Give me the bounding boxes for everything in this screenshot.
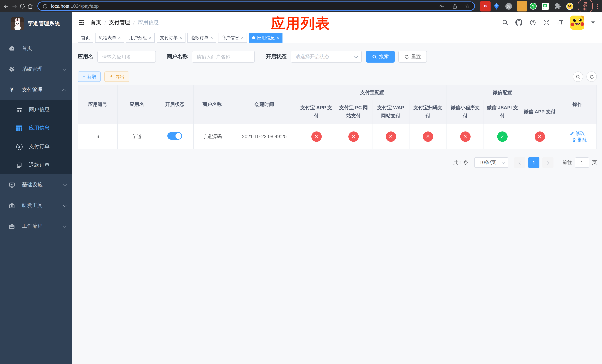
status-select[interactable]: 请选择开启状态 bbox=[291, 51, 362, 63]
user-avatar[interactable] bbox=[570, 15, 584, 30]
header-search-button[interactable] bbox=[502, 19, 508, 26]
forward-button[interactable] bbox=[11, 2, 18, 11]
table-toolbar: + 新增 导出 bbox=[78, 72, 597, 82]
extension-grid-icon[interactable]: 10 bbox=[481, 2, 488, 10]
user-menu-caret-icon[interactable] bbox=[591, 21, 595, 23]
breadcrumb-home[interactable]: 首页 bbox=[91, 19, 101, 26]
sidebar-item-app-info[interactable]: 应用信息 bbox=[0, 119, 72, 137]
extensions-puzzle-icon[interactable] bbox=[554, 2, 561, 10]
github-icon[interactable] bbox=[515, 19, 522, 26]
cell-alipay-app: ✕ bbox=[298, 124, 335, 149]
reload-button[interactable] bbox=[19, 2, 26, 11]
app-name-input[interactable] bbox=[97, 51, 156, 63]
sidebar-item-payment[interactable]: ¥ 支付管理 bbox=[0, 80, 72, 100]
page-number-1[interactable]: 1 bbox=[528, 157, 539, 168]
tab-app-info[interactable]: 应用信息× bbox=[249, 33, 282, 43]
tab-merchant-info[interactable]: 商户信息× bbox=[218, 33, 247, 43]
sidebar-item-refund-orders[interactable]: 退款订单 bbox=[0, 156, 72, 174]
sidebar-item-dev-tools[interactable]: 研发工具 bbox=[0, 195, 72, 216]
cell-merchant: 芋道源码 bbox=[194, 124, 231, 149]
sidebar: 芋道管理系统 首页 系统管理 ¥ bbox=[0, 12, 72, 364]
col-wx-jsapi: 微信 JSAPI 支付 bbox=[484, 100, 521, 124]
refresh-table-button[interactable] bbox=[586, 72, 597, 82]
status-badge: ✓ bbox=[497, 131, 508, 142]
share-button[interactable] bbox=[452, 3, 457, 9]
sidebar-item-workflow[interactable]: 工作流程 bbox=[0, 216, 72, 237]
toolbox-icon bbox=[7, 223, 16, 229]
font-size-icon[interactable]: TT bbox=[557, 19, 563, 26]
sidebar-item-infrastructure[interactable]: 基础设施 bbox=[0, 174, 72, 195]
cell-alipay-wap: ✕ bbox=[372, 124, 409, 149]
close-icon[interactable]: × bbox=[277, 36, 279, 40]
status-toggle[interactable] bbox=[167, 132, 182, 139]
chevron-down-icon bbox=[63, 224, 67, 227]
tab-process-form[interactable]: 流程表单× bbox=[95, 33, 124, 43]
browser-update-button[interactable]: 更新 bbox=[578, 0, 593, 13]
status-badge: ✕ bbox=[386, 131, 396, 142]
extension-chat-icon[interactable] bbox=[542, 2, 549, 10]
tab-refund-orders[interactable]: 退款订单× bbox=[187, 33, 216, 43]
url-bar[interactable]: localhost:1024/pay/app ☆ bbox=[37, 1, 475, 11]
sidebar-item-label: 退款订单 bbox=[29, 162, 50, 169]
merchant-name-input[interactable] bbox=[192, 51, 255, 63]
cell-wx-jsapi: ✓ bbox=[484, 124, 521, 149]
tab-home[interactable]: 首页 bbox=[78, 33, 93, 43]
export-button[interactable]: 导出 bbox=[104, 72, 129, 82]
tab-pay-orders[interactable]: 支付订单× bbox=[157, 33, 185, 43]
extension-y-icon[interactable]: Y bbox=[529, 2, 537, 10]
merchant-name-label: 商户名称 bbox=[167, 53, 188, 60]
extensions-bar: 10 ⌘ 1 Y bbox=[481, 2, 573, 10]
extension-gem-icon[interactable] bbox=[493, 2, 500, 10]
breadcrumb-separator: / bbox=[133, 20, 135, 25]
sidebar-logo[interactable]: 芋道管理系统 bbox=[0, 12, 72, 35]
next-page-button[interactable] bbox=[542, 157, 553, 168]
close-icon[interactable]: × bbox=[149, 36, 151, 40]
page-size-select[interactable]: 10条/页 bbox=[474, 157, 508, 168]
sidebar-item-label: 工作流程 bbox=[22, 223, 43, 230]
col-merchant: 商户名称 bbox=[194, 85, 231, 124]
password-key-button[interactable] bbox=[439, 3, 444, 9]
extension-command-icon[interactable]: ⌘ bbox=[505, 2, 512, 10]
sidebar-item-label: 基础设施 bbox=[22, 182, 43, 188]
navbar-actions: TT bbox=[502, 15, 595, 30]
browser-menu-button[interactable] bbox=[596, 3, 599, 9]
close-icon[interactable]: × bbox=[241, 36, 244, 40]
reset-button[interactable]: 重置 bbox=[398, 51, 427, 63]
sidebar-item-pay-orders[interactable]: ¥ 支付订单 bbox=[0, 137, 72, 156]
site-info-icon[interactable] bbox=[43, 3, 48, 9]
home-button[interactable] bbox=[27, 2, 34, 11]
cell-app-id: 6 bbox=[78, 124, 118, 149]
help-icon[interactable] bbox=[529, 19, 536, 26]
toggle-search-button[interactable] bbox=[573, 72, 583, 82]
cell-app-name: 芋道 bbox=[118, 124, 156, 149]
top-navbar: 首页 / 支付管理 / 应用信息 应用列表 bbox=[72, 12, 602, 32]
close-icon[interactable]: × bbox=[180, 36, 182, 40]
col-group-wechat: 微信配置 bbox=[447, 85, 558, 100]
sidebar-item-merchant-info[interactable]: 商户信息 bbox=[0, 100, 72, 119]
prev-page-button[interactable] bbox=[514, 157, 525, 168]
fullscreen-icon[interactable] bbox=[543, 19, 550, 26]
profile-emoji-avatar[interactable] bbox=[566, 2, 573, 10]
sidebar-item-home[interactable]: 首页 bbox=[0, 38, 72, 59]
close-icon[interactable]: × bbox=[118, 36, 121, 40]
extension-green-dot-icon[interactable]: 1 bbox=[517, 2, 525, 10]
tab-user-group[interactable]: 用户分组× bbox=[126, 33, 155, 43]
collapse-sidebar-button[interactable] bbox=[78, 19, 85, 26]
back-button[interactable] bbox=[3, 2, 10, 11]
edit-button[interactable]: 修改 bbox=[570, 130, 585, 137]
bookmark-star-icon[interactable]: ☆ bbox=[465, 3, 470, 10]
plus-icon: + bbox=[83, 74, 85, 79]
goto-page-input[interactable] bbox=[575, 157, 589, 168]
delete-button[interactable]: 删除 bbox=[572, 137, 587, 143]
breadcrumb: 首页 / 支付管理 / 应用信息 bbox=[91, 19, 159, 26]
breadcrumb-payment[interactable]: 支付管理 bbox=[109, 19, 130, 26]
sidebar-item-system[interactable]: 系统管理 bbox=[0, 59, 72, 80]
search-icon bbox=[576, 74, 580, 79]
page-suffix-label: 页 bbox=[592, 159, 597, 166]
chevron-down-icon bbox=[502, 160, 505, 164]
sidebar-item-label: 系统管理 bbox=[22, 66, 43, 73]
key-icon bbox=[439, 3, 444, 9]
add-button[interactable]: + 新增 bbox=[78, 72, 101, 82]
search-button[interactable]: 搜索 bbox=[366, 51, 395, 63]
close-icon[interactable]: × bbox=[210, 36, 213, 40]
